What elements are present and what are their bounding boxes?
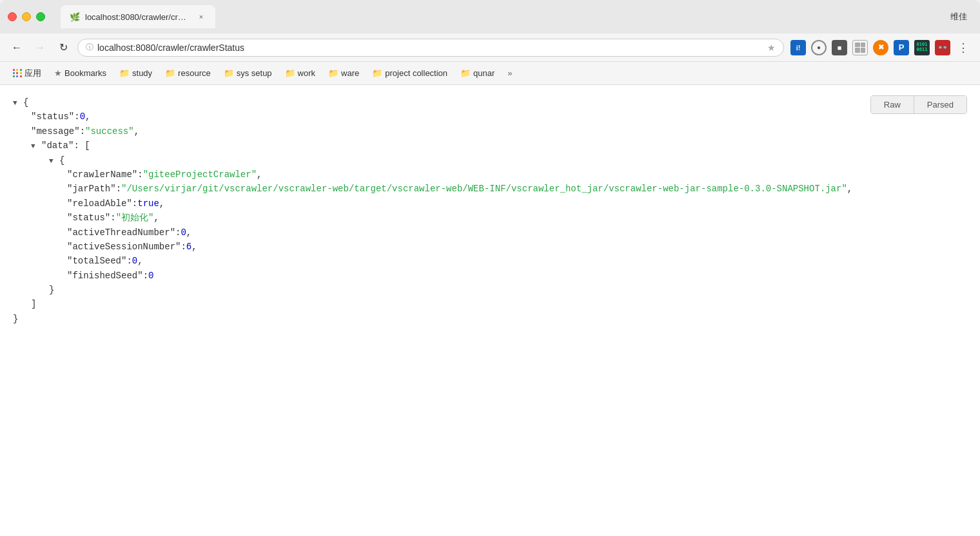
ext-icon-mask[interactable]: 👓 xyxy=(934,39,952,57)
folder-icon-qunar: 📁 xyxy=(460,68,471,78)
bookmark-projectcollection-label: project collection xyxy=(385,68,447,78)
json-finishedseed-row: "finishedSeed" : 0 xyxy=(13,269,967,283)
maximize-button[interactable] xyxy=(36,12,45,21)
bookmark-qunar[interactable]: 📁 qunar xyxy=(455,66,500,81)
folder-icon-syssetup: 📁 xyxy=(224,68,234,78)
status-key: "status" xyxy=(31,110,74,124)
status2-value: "初始化" xyxy=(116,211,154,225)
tab-bar: 🌿 localhost:8080/crawler/crawle... × xyxy=(61,5,945,28)
totalseed-key: "totalSeed" xyxy=(67,254,126,268)
finishedseed-value: 0 xyxy=(148,269,153,283)
bookmark-more[interactable]: » xyxy=(502,66,517,81)
json-array-close: ] xyxy=(13,297,967,311)
folder-icon-ware: 📁 xyxy=(328,68,338,78)
json-activesessionnumber-row: "activeSessionNumber" : 6 , xyxy=(13,240,967,254)
json-status2-row: "status" : "初始化" , xyxy=(13,211,967,225)
content-area: Raw Parsed ▼ { "status" : 0 , "message" … xyxy=(0,85,980,536)
ext-blue-label: i! xyxy=(796,44,801,52)
reload-button[interactable]: ↻ xyxy=(54,39,72,57)
json-status-row: "status" : 0 , xyxy=(13,110,967,124)
bookmark-ware[interactable]: 📁 ware xyxy=(323,66,364,81)
close-button[interactable] xyxy=(8,12,17,21)
bookmark-study-label: study xyxy=(132,68,152,78)
bookmark-ware-label: ware xyxy=(341,68,359,78)
apps-dot-6 xyxy=(20,72,22,74)
address-bar[interactable]: ⓘ localhost:8080/crawler/crawlerStatus ★ xyxy=(77,39,784,57)
forward-button[interactable]: → xyxy=(31,39,49,57)
raw-button[interactable]: Raw xyxy=(871,96,914,113)
bookmark-apps-label: 应用 xyxy=(24,68,41,79)
tab-close-button[interactable]: × xyxy=(196,12,206,22)
root-collapse-arrow[interactable]: ▼ xyxy=(13,98,23,110)
ext-icon-binary[interactable]: 0101 0011 xyxy=(913,39,931,57)
apps-dot-2 xyxy=(16,69,18,71)
more-bookmarks-icon: » xyxy=(507,68,512,78)
ext-orange-label: ✖ xyxy=(878,43,884,52)
folder-icon-work: 📁 xyxy=(285,68,295,78)
ext-icon-blue[interactable]: i! xyxy=(789,39,807,57)
folder-icon-resource: 📁 xyxy=(165,68,175,78)
apps-dot-1 xyxy=(13,69,15,71)
parsed-button[interactable]: Parsed xyxy=(914,96,966,113)
bookmark-sys-setup[interactable]: 📁 sys setup xyxy=(219,66,277,81)
json-totalseed-row: "totalSeed" : 0 , xyxy=(13,254,967,268)
grid-cell-4 xyxy=(861,48,866,53)
bookmark-work-label: work xyxy=(298,68,315,78)
ext-icon-grid[interactable] xyxy=(851,39,869,57)
bookmarks-bar: 应用 ★ Bookmarks 📁 study 📁 resource 📁 sys … xyxy=(0,62,980,85)
finishedseed-key: "finishedSeed" xyxy=(67,269,143,283)
grid-cell-2 xyxy=(861,43,866,48)
bookmark-bookmarks-label: Bookmarks xyxy=(64,68,106,78)
star-icon[interactable]: ★ xyxy=(767,43,776,53)
apps-dot-8 xyxy=(16,75,18,77)
json-root-close: } xyxy=(13,312,967,326)
grid-cell-1 xyxy=(855,43,860,48)
crawlername-value: "giteeProjectCrawler" xyxy=(143,168,257,182)
inner-collapse-arrow[interactable]: ▼ xyxy=(49,156,59,168)
ext-icon-circle[interactable]: ● xyxy=(810,39,828,57)
data-collapse-arrow[interactable]: ▼ xyxy=(31,141,41,153)
apps-dot-5 xyxy=(16,72,18,74)
reloadable-value: true xyxy=(137,196,159,211)
apps-dot-4 xyxy=(13,72,15,74)
ext-mask-label: 👓 xyxy=(937,43,948,52)
ext-icon-orange[interactable]: ✖ xyxy=(872,39,890,57)
json-inner-open: ▼ { xyxy=(13,153,967,168)
json-data-row: ▼ "data" : [ xyxy=(13,139,967,153)
tab-favicon: 🌿 xyxy=(70,12,80,22)
address-text: localhost:8080/crawler/crawlerStatus xyxy=(97,43,763,53)
apps-dot-3 xyxy=(20,69,22,71)
json-activethreadnumber-row: "activeThreadNumber" : 0 , xyxy=(13,225,967,240)
bookmark-study[interactable]: 📁 study xyxy=(114,66,157,81)
star-bookmark-icon: ★ xyxy=(54,68,62,78)
ext-shield-label: ■ xyxy=(838,44,842,52)
active-tab[interactable]: 🌿 localhost:8080/crawler/crawle... × xyxy=(61,5,215,28)
ext-icon-shield[interactable]: ■ xyxy=(830,39,848,57)
bookmark-resource[interactable]: 📁 resource xyxy=(160,66,216,81)
new-tab-button[interactable] xyxy=(215,5,239,28)
traffic-lights xyxy=(8,12,45,21)
bookmark-project-collection[interactable]: 📁 project collection xyxy=(367,66,453,81)
more-menu-button[interactable]: ⋮ xyxy=(954,39,972,57)
crawlername-key: "crawlerName" xyxy=(67,168,137,182)
ext-circle-label: ● xyxy=(817,44,821,51)
back-button[interactable]: ← xyxy=(8,39,26,57)
json-inner-close: } xyxy=(13,283,967,297)
jarpath-key: "jarPath" xyxy=(67,182,116,196)
user-name: 维佳 xyxy=(950,11,972,23)
minimize-button[interactable] xyxy=(22,12,31,21)
folder-icon-study: 📁 xyxy=(119,68,130,78)
bookmark-work[interactable]: 📁 work xyxy=(280,66,320,81)
json-jarpath-row: "jarPath" : "/Users/virjar/git/vscrawler… xyxy=(13,182,967,196)
json-crawlername-row: "crawlerName" : "giteeProjectCrawler" , xyxy=(13,168,967,182)
status2-key: "status" xyxy=(67,211,110,225)
nav-right-icons: i! ● ■ xyxy=(789,39,972,57)
ext-icon-p[interactable]: P xyxy=(892,39,910,57)
titlebar: 🌿 localhost:8080/crawler/crawle... × 维佳 xyxy=(0,0,980,34)
message-key: "message" xyxy=(31,124,80,139)
bookmark-apps[interactable]: 应用 xyxy=(8,65,46,82)
json-reloadable-row: "reloadAble" : true , xyxy=(13,196,967,211)
bookmark-bookmarks[interactable]: ★ Bookmarks xyxy=(49,66,112,81)
tab-title: localhost:8080/crawler/crawle... xyxy=(85,12,191,22)
activethread-key: "activeThreadNumber" xyxy=(67,225,175,240)
